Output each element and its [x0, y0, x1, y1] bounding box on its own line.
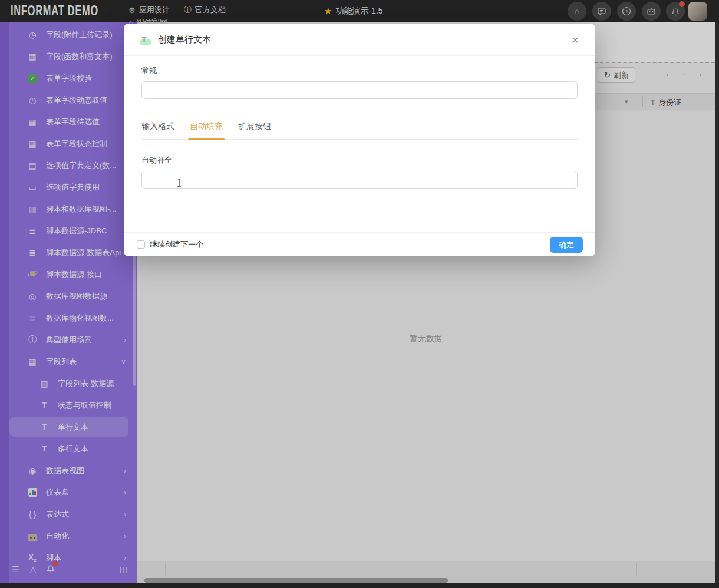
general-input[interactable] — [141, 81, 578, 99]
tab-autofill[interactable]: 自动填充 — [190, 117, 223, 139]
modal-tabs: 输入格式 自动填充 扩展按钮 — [141, 117, 578, 140]
continue-create-label: 继续创建下一个 — [150, 239, 203, 250]
autofill-section: 自动补全 — [141, 155, 578, 189]
text-field-icon: T — [141, 34, 152, 45]
app-screen: INFORMAT DEMO ⚙ 应用设计 ⓘ 官方文档 ⌂ 织信官网 ★ 功能演… — [0, 0, 719, 588]
general-label: 常规 — [141, 65, 578, 76]
continue-create-checkbox[interactable] — [137, 240, 145, 249]
create-text-field-modal: T 创建单行文本 ✕ 常规 输入格式 自动填充 扩展按钮 自动补全 — [124, 24, 595, 256]
modal-body: 常规 输入格式 自动填充 扩展按钮 自动补全 — [124, 56, 595, 189]
confirm-button[interactable]: 确定 — [550, 237, 583, 253]
autofill-input[interactable] — [141, 171, 578, 189]
autofill-label: 自动补全 — [141, 155, 578, 166]
modal-header: T 创建单行文本 ✕ — [124, 24, 595, 56]
text-cursor-icon — [176, 178, 182, 187]
tab-input-format[interactable]: 输入格式 — [141, 117, 174, 139]
modal-title: 创建单行文本 — [158, 34, 211, 45]
modal-footer: 继续创建下一个 确定 — [124, 232, 595, 256]
close-icon[interactable]: ✕ — [568, 33, 582, 47]
tab-extend-button[interactable]: 扩展按钮 — [238, 117, 271, 139]
